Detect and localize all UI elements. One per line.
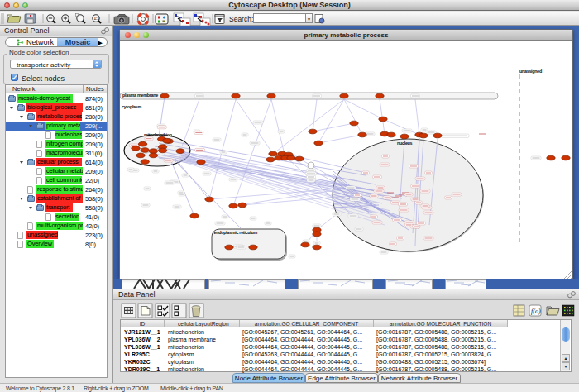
svg-text:mitochondrion: mitochondrion [144, 132, 172, 137]
svg-text:nucleus: nucleus [397, 141, 413, 146]
svg-text:cytoplasm: cytoplasm [122, 104, 141, 109]
svg-text:unassigned: unassigned [519, 69, 542, 74]
svg-text:plasma membrane: plasma membrane [122, 93, 158, 98]
svg-text:endoplasmic reticulum: endoplasmic reticulum [214, 230, 258, 235]
svg-text:f(o): f(o) [531, 308, 541, 315]
svg-text:1:1: 1:1 [93, 17, 99, 21]
